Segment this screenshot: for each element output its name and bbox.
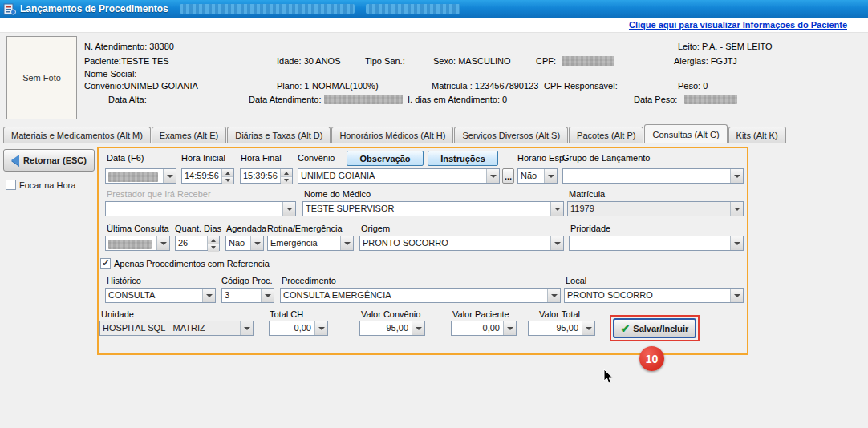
procedimento-value: CONSULTA EMERGÊNCIA [283, 290, 546, 300]
tab-honorarios-medicos[interactable]: Honorários Médicos (Alt H) [331, 127, 453, 143]
rotina-emergencia-value: Emergência [270, 238, 339, 248]
total-ch-value: 0,00 [272, 323, 311, 333]
historico-value: CONSULTA [108, 290, 201, 300]
data-f6-combo[interactable] [105, 168, 176, 184]
total-ch-combo[interactable]: 0,00 [269, 321, 328, 336]
rotina-emergencia-combo[interactable]: Emergência [267, 236, 354, 251]
tipo-san-label: Tipo San.: [365, 56, 405, 66]
nome-medico-dropdown-icon[interactable] [550, 202, 563, 216]
tab-materiais-medicamentos[interactable]: Materiais e Medicamentos (Alt M) [3, 127, 151, 143]
prioridade-combo[interactable] [569, 236, 744, 251]
observacao-button[interactable]: Observação [347, 151, 424, 166]
procedimento-dropdown-icon[interactable] [547, 289, 560, 302]
tab-exames[interactable]: Exames (Alt E) [152, 127, 226, 143]
nome-social-label: Nome Social: [84, 69, 136, 79]
data-f6-dropdown-icon[interactable] [163, 169, 176, 183]
atendimento-field: N. Atendimento: 38380 [84, 42, 174, 51]
salvar-highlight-box: ✔ Salvar/Incluir [610, 315, 700, 341]
ultima-consulta-redacted [108, 240, 152, 249]
spin-down-icon[interactable] [208, 244, 219, 252]
agendada-dropdown-icon[interactable] [250, 236, 263, 250]
salvar-incluir-button[interactable]: ✔ Salvar/Incluir [613, 318, 696, 338]
valor-paciente-combo[interactable]: 0,00 [451, 321, 517, 336]
convenio-ellipsis-button[interactable]: ... [502, 168, 514, 184]
spin-down-icon[interactable] [281, 177, 292, 184]
matricula-combo: 11979 [567, 201, 744, 216]
spin-up-icon[interactable] [281, 169, 292, 177]
historico-combo[interactable]: CONSULTA [105, 288, 216, 303]
referencia-checkbox[interactable] [100, 258, 111, 269]
valor-convenio-dropdown-icon[interactable] [412, 321, 424, 335]
unidade-value: HOSPITAL SQL - MATRIZ [103, 323, 238, 333]
plano-field: Plano: 1-NORMAL(100%) [277, 81, 379, 91]
idade-value: 30 ANOS [304, 56, 341, 66]
quant-dias-spinner[interactable]: 26 [175, 236, 220, 251]
hora-final-spinner[interactable]: 15:39:56 [240, 168, 293, 184]
codigo-proc-dropdown-icon[interactable] [261, 289, 274, 302]
agendada-combo[interactable]: Não [225, 236, 264, 251]
prestador-dropdown-icon[interactable] [282, 202, 295, 216]
retornar-button-label: Retornar (ESC) [23, 155, 87, 165]
tab-diarias-taxas[interactable]: Diárias e Taxas (Alt D) [227, 127, 331, 143]
convenio-dropdown-icon[interactable] [486, 169, 499, 183]
origem-combo[interactable]: PRONTO SOCORRO [359, 236, 564, 251]
grupo-lancamento-dropdown-icon[interactable] [730, 169, 743, 183]
valor-convenio-combo[interactable]: 95,00 [359, 321, 425, 336]
valor-paciente-dropdown-icon[interactable] [503, 321, 516, 335]
horario-esp-combo[interactable]: Não [517, 168, 558, 184]
local-label: Local [566, 276, 586, 285]
nome-medico-combo[interactable]: TESTE SUPERVISOR [302, 201, 564, 216]
focar-na-hora-checkbox[interactable] [6, 180, 16, 190]
photo-placeholder-label: Sem Foto [22, 73, 61, 83]
alergias-field: Alergias: FGJTJ [674, 56, 737, 66]
ultima-consulta-combo[interactable] [105, 236, 170, 251]
spin-up-icon[interactable] [222, 169, 233, 177]
patient-photo-placeholder: Sem Foto [6, 36, 77, 119]
spin-up-icon[interactable] [208, 236, 219, 244]
tab-servicos-diversos[interactable]: Serviços Diversos (Alt S) [454, 127, 568, 143]
cpf-responsavel-label: CPF Responsável: [544, 81, 618, 91]
local-dropdown-icon[interactable] [730, 289, 743, 302]
tab-kits[interactable]: Kits (Alt K) [728, 127, 786, 143]
historico-dropdown-icon[interactable] [202, 289, 215, 302]
hora-final-value: 15:39:56 [243, 171, 278, 180]
patient-info-link[interactable]: Clique aqui para visualizar Informações … [629, 20, 847, 30]
spin-down-icon[interactable] [222, 177, 233, 184]
valor-total-label: Valor Total [539, 309, 580, 319]
tab-pacotes[interactable]: Pacotes (Alt P) [569, 127, 643, 143]
leito-value: P.A. - SEM LEITO [702, 42, 773, 51]
origem-dropdown-icon[interactable] [550, 236, 563, 250]
valor-total-value: 95,00 [531, 323, 578, 333]
horario-esp-dropdown-icon[interactable] [544, 169, 557, 183]
prioridade-dropdown-icon[interactable] [730, 236, 743, 250]
retornar-button[interactable]: Retornar (ESC) [3, 149, 95, 172]
quant-dias-value: 26 [178, 238, 205, 248]
hora-inicial-spinner[interactable]: 14:59:56 [181, 168, 234, 184]
procedimento-combo[interactable]: CONSULTA EMERGÊNCIA [280, 288, 561, 303]
matricula-label: Matrícula [569, 189, 605, 199]
unidade-dropdown-icon [240, 321, 253, 335]
hora-final-spin-buttons [280, 169, 292, 183]
valor-paciente-label: Valor Paciente [452, 309, 509, 319]
valor-total-dropdown-icon[interactable] [582, 321, 594, 335]
rotina-emergencia-label: Rotina/Emergência [267, 224, 343, 233]
dias-atendimento-value: 0 [502, 95, 507, 104]
local-combo[interactable]: PRONTO SOCORRO [564, 288, 744, 303]
ultima-consulta-dropdown-icon[interactable] [156, 236, 169, 250]
total-ch-dropdown-icon[interactable] [314, 321, 327, 335]
hora-inicial-value: 14:59:56 [185, 171, 220, 180]
grupo-lancamento-combo[interactable] [562, 168, 744, 184]
origem-value: PRONTO SOCORRO [363, 238, 549, 248]
dias-atendimento-field: I. dias em Atendimento: 0 [408, 95, 507, 104]
tab-consultas[interactable]: Consultas (Alt C) [644, 124, 727, 143]
cpf-label: CPF: [536, 56, 556, 66]
prestador-combo[interactable] [105, 201, 296, 216]
instrucoes-button[interactable]: Instruções [428, 151, 498, 166]
data-f6-value [108, 171, 161, 182]
referencia-checkbox-label: Apenas Procedimentos com Referencia [114, 259, 270, 269]
convenio-combo[interactable]: UNIMED GOIANIA [298, 168, 500, 184]
rotina-emergencia-dropdown-icon[interactable] [340, 236, 353, 250]
quant-dias-label: Quant. Dias [175, 224, 221, 233]
valor-total-combo[interactable]: 95,00 [528, 321, 595, 336]
codigo-proc-combo[interactable]: 3 [221, 288, 274, 303]
